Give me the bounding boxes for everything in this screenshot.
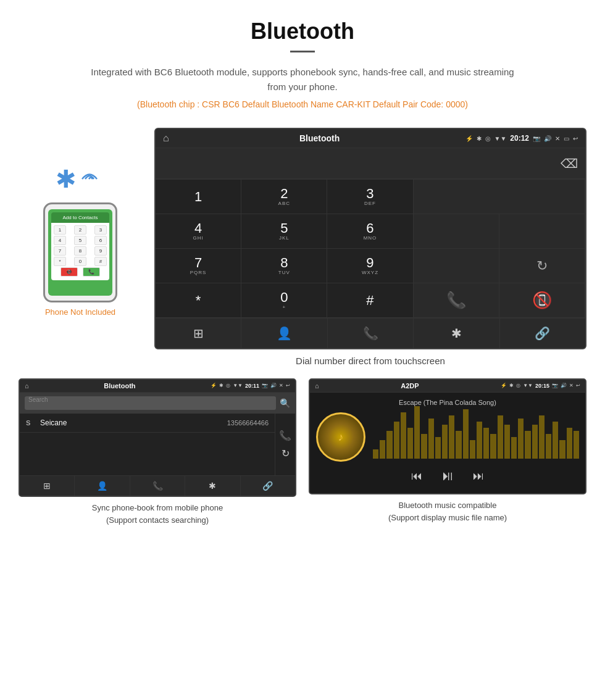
caption-music-line1: Bluetooth music compatible [399, 501, 497, 510]
page-header: Bluetooth Integrated with BC6 Bluetooth … [0, 0, 605, 128]
pb-close-icon[interactable]: ✕ [279, 383, 283, 389]
phone-dialpad: 1 2 3 4 5 6 7 8 9 * [51, 223, 109, 280]
viz-bar [470, 440, 475, 459]
page-title: Bluetooth [12, 19, 593, 44]
dial-key-6[interactable]: 6 MNO [327, 214, 413, 249]
prev-track-btn[interactable]: ⏮ [411, 470, 422, 483]
camera-status-icon: 📷 [533, 135, 540, 142]
caption-phonebook: Sync phone-book from mobile phone (Suppo… [19, 502, 296, 526]
pb-contact-name: Seicane [40, 419, 222, 427]
pb-home-icon[interactable]: ⌂ [25, 382, 29, 390]
pb-gps-icon: ◎ [226, 383, 230, 389]
dial-key-empty-3 [499, 214, 585, 249]
dial-key-7[interactable]: 7 PQRS [156, 249, 241, 283]
viz-bar [567, 428, 572, 459]
pb-search-icon[interactable]: 🔍 [280, 398, 290, 408]
refresh-btn[interactable]: ↻ [499, 249, 585, 283]
viz-bar [456, 431, 461, 459]
dial-key-hash[interactable]: # [327, 283, 413, 318]
music-close-icon[interactable]: ✕ [569, 383, 574, 389]
next-track-btn[interactable]: ⏭ [473, 470, 484, 483]
nav-bt-btn[interactable]: ✱ [414, 319, 499, 348]
pb-phone-icon[interactable]: 📞 [279, 430, 291, 441]
pb-usb-icon: ⚡ [211, 383, 217, 389]
hangup-btn[interactable]: 📵 [499, 283, 585, 318]
window-icon: ▭ [564, 135, 569, 142]
pb-bottom-nav: ⊞ 👤 📞 ✱ 🔗 [20, 475, 295, 496]
music-home-icon[interactable]: ⌂ [315, 382, 319, 390]
phone-key-7: 7 [54, 246, 66, 256]
viz-bar [407, 428, 413, 459]
close-status-icon[interactable]: ✕ [555, 135, 560, 142]
pb-status-icons: ⚡ ✱ ◎ ▼▼ 20:11 📷 🔊 ✕ ↩ [211, 383, 290, 389]
nav-dialpad-btn[interactable]: ⊞ [156, 319, 241, 348]
viz-bar [428, 419, 434, 459]
dial-key-1[interactable]: 1 [156, 180, 241, 214]
nav-contacts-btn[interactable]: 👤 [241, 319, 327, 348]
pb-signal-icon: ▼▼ [233, 383, 243, 389]
pb-nav-link-btn[interactable]: 🔗 [241, 476, 295, 496]
call-btn[interactable]: 📞 [414, 283, 499, 318]
title-divider [290, 51, 315, 52]
phone-key-6: 6 [94, 236, 107, 245]
dial-key-4[interactable]: 4 GHI [156, 214, 241, 249]
music-cam-icon: 📷 [552, 383, 558, 389]
caption-phonebook-line2: (Support contacts searching) [106, 515, 209, 525]
pb-nav-grid-btn[interactable]: ⊞ [20, 476, 75, 496]
pb-back-icon[interactable]: ↩ [286, 383, 290, 389]
album-art: ♪ [316, 412, 365, 462]
home-icon[interactable]: ⌂ [163, 133, 169, 144]
bt-icon-area: ✱ [56, 165, 105, 193]
viz-bar [414, 406, 420, 459]
back-status-icon[interactable]: ↩ [573, 135, 578, 142]
viz-bar [546, 434, 551, 459]
pb-refresh-icon[interactable]: ↻ [282, 448, 290, 459]
music-block: ⌂ A2DP ⚡ ✱ ◎ ▼▼ 20:15 📷 🔊 ✕ ↩ Escape (Th… [309, 378, 586, 526]
music-time: 20:15 [535, 383, 549, 389]
caption-music: Bluetooth music compatible (Support disp… [309, 499, 586, 523]
viz-bar [539, 415, 544, 459]
caption-phonebook-line1: Sync phone-book from mobile phone [92, 503, 223, 512]
viz-bar [386, 431, 392, 459]
dial-key-0[interactable]: 0 + [241, 283, 327, 318]
pb-contact-row[interactable]: S Seicane 13566664466 [20, 414, 275, 433]
viz-bar [574, 431, 579, 459]
dial-key-star[interactable]: * [156, 283, 241, 318]
pb-bt-icon: ✱ [219, 383, 223, 389]
dial-key-3[interactable]: 3 DEF [327, 180, 413, 214]
music-back-icon[interactable]: ↩ [576, 383, 580, 389]
viz-bar [490, 434, 496, 459]
dial-key-empty-1 [414, 180, 585, 214]
dial-key-empty-4 [414, 249, 499, 283]
caption-music-line2: (Support display music file name) [388, 513, 507, 522]
pb-content-area: S Seicane 13566664466 📞 ↻ [20, 414, 295, 475]
viz-bar [553, 422, 558, 459]
caption-dial: Dial number direct from touchscreen [154, 356, 586, 366]
phone-screen: Add to Contacts 1 2 3 4 5 6 7 8 [48, 209, 112, 296]
status-icons: ⚡ ✱ ◎ ▼▼ 20:12 📷 🔊 ✕ ▭ ↩ [465, 134, 578, 143]
dial-key-9[interactable]: 9 WXYZ [327, 249, 413, 283]
pb-right-icons: 📞 ↻ [275, 414, 295, 475]
phone-key-hash: # [94, 257, 107, 266]
music-visualizer [373, 415, 579, 459]
nav-phone-btn[interactable]: 📞 [328, 319, 414, 348]
orange-info: (Bluetooth chip : CSR BC6 Default Blueto… [12, 99, 593, 109]
viz-bar [532, 425, 538, 459]
dial-key-5[interactable]: 5 JKL [241, 214, 327, 249]
pb-time: 20:11 [245, 383, 259, 389]
pb-nav-user-btn[interactable]: 👤 [75, 476, 130, 496]
dial-key-2[interactable]: 2 ABC [241, 180, 327, 214]
phone-key-4: 4 [54, 236, 66, 245]
phone-key-star: * [54, 257, 66, 266]
play-pause-btn[interactable]: ⏯ [441, 468, 454, 484]
pb-search-input[interactable]: Search [25, 396, 276, 410]
pb-nav-phone-btn[interactable]: 📞 [130, 476, 185, 496]
pb-search-area: Search 🔍 [20, 393, 295, 414]
delete-icon[interactable]: ⌫ [561, 156, 578, 171]
nav-link-btn[interactable]: 🔗 [500, 319, 585, 348]
viz-bar [401, 412, 406, 459]
viz-bar [498, 415, 503, 459]
dial-key-8[interactable]: 8 TUV [241, 249, 327, 283]
music-status-bar: ⌂ A2DP ⚡ ✱ ◎ ▼▼ 20:15 📷 🔊 ✕ ↩ [310, 380, 585, 393]
pb-nav-bt-btn[interactable]: ✱ [185, 476, 240, 496]
